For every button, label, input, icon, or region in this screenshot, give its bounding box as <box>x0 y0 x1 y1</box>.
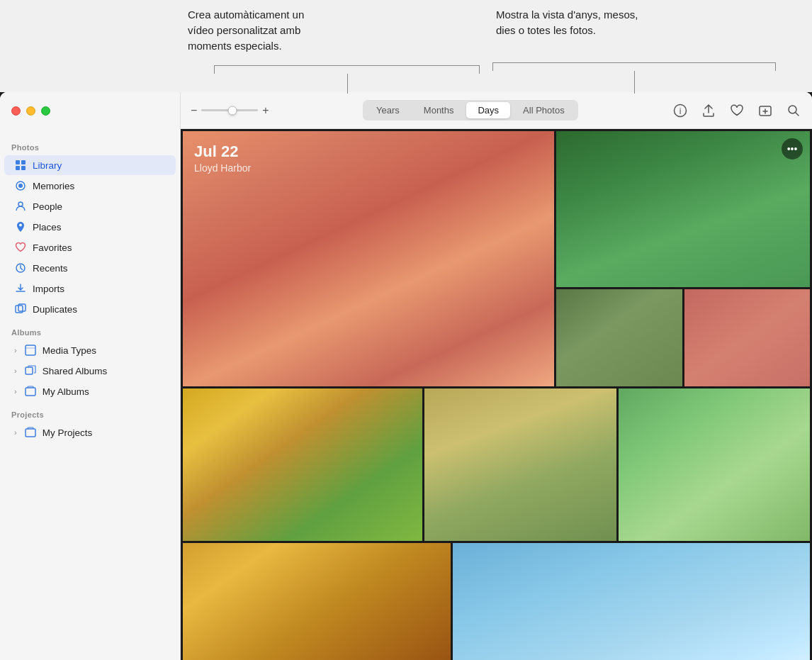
photo-cell-row2-3[interactable] <box>619 388 810 541</box>
grid-row-2 <box>183 388 810 541</box>
tab-days[interactable]: Days <box>466 102 510 118</box>
sidebar-item-duplicates[interactable]: Duplicates <box>4 299 176 319</box>
people-icon <box>14 200 27 213</box>
favorites-icon <box>14 241 27 254</box>
photo-location: Lloyd Harbor <box>194 162 251 174</box>
people-label: People <box>33 201 62 212</box>
zoom-plus-button[interactable]: + <box>261 105 270 116</box>
expand-shared-albums-icon: › <box>14 367 17 375</box>
tooltip-left: Crea automàticament un vídeo personalitz… <box>188 7 415 53</box>
sidebar-item-memories[interactable]: Memories <box>4 176 176 196</box>
titlebar <box>0 92 180 129</box>
svg-rect-13 <box>26 429 35 437</box>
my-albums-icon <box>24 385 37 398</box>
svg-rect-12 <box>26 388 35 396</box>
sidebar-item-imports[interactable]: Imports <box>4 279 176 298</box>
traffic-close-button[interactable] <box>11 106 21 116</box>
toolbar: − + Years Months Days All Photos i <box>181 92 812 129</box>
grid-container: Jul 22 Lloyd Harbor ••• <box>181 129 812 660</box>
sidebar-item-library[interactable]: Library <box>4 155 176 175</box>
callout-right-right <box>775 62 776 71</box>
grid-row-3 <box>183 543 810 660</box>
my-albums-label: My Albums <box>43 386 89 397</box>
callout-bracket-top <box>214 65 479 66</box>
photo-cell-tr3[interactable] <box>684 289 810 386</box>
places-icon <box>14 220 27 233</box>
library-label: Library <box>33 160 62 171</box>
view-tabs: Years Months Days All Photos <box>363 100 578 121</box>
zoom-minus-button[interactable]: − <box>189 105 198 116</box>
photo-tr-row <box>556 289 810 386</box>
photo-cell-row2-1[interactable] <box>183 388 422 541</box>
photo-cell-row3-1[interactable] <box>183 543 451 660</box>
photo-cell-main[interactable]: Jul 22 Lloyd Harbor <box>183 131 554 386</box>
photo-date: Jul 22 <box>194 142 251 161</box>
callout-right-down <box>634 71 635 94</box>
svg-rect-0 <box>16 160 20 164</box>
app-window: Photos Library Memories People <box>0 92 812 660</box>
svg-point-17 <box>789 106 796 113</box>
more-options-button[interactable]: ••• <box>782 138 803 160</box>
sidebar-item-people[interactable]: People <box>4 196 176 216</box>
sidebar-item-my-albums[interactable]: › My Albums <box>4 381 176 401</box>
sidebar-item-my-projects[interactable]: › My Projects <box>4 423 176 442</box>
photo-cell-tr2[interactable] <box>556 289 682 386</box>
sidebar-item-places[interactable]: Places <box>4 217 176 237</box>
sidebar-section-photos: Photos <box>0 135 180 155</box>
sidebar-item-recents[interactable]: Recents <box>4 258 176 278</box>
memories-label: Memories <box>33 181 74 191</box>
memories-icon <box>14 179 27 192</box>
favorite-button[interactable] <box>727 101 747 121</box>
svg-rect-2 <box>16 166 20 170</box>
sidebar: Photos Library Memories People <box>0 92 181 660</box>
add-to-album-button[interactable] <box>755 101 775 121</box>
media-types-label: Media Types <box>43 345 96 356</box>
places-label: Places <box>33 222 62 233</box>
recents-icon <box>14 262 27 274</box>
library-icon <box>14 159 27 172</box>
sidebar-section-albums: Albums <box>0 320 180 340</box>
tab-months[interactable]: Months <box>412 102 466 118</box>
shared-albums-icon <box>24 364 37 377</box>
svg-rect-1 <box>21 160 26 164</box>
photo-grid: Jul 22 Lloyd Harbor ••• <box>181 129 812 660</box>
sidebar-item-shared-albums[interactable]: › Shared Albums <box>4 361 176 381</box>
svg-point-5 <box>18 184 23 188</box>
recents-label: Recents <box>33 263 68 274</box>
tab-years[interactable]: Years <box>365 102 411 118</box>
traffic-minimize-button[interactable] <box>26 106 35 116</box>
callout-right-left <box>492 62 493 71</box>
svg-text:i: i <box>680 106 682 116</box>
expand-my-projects-icon: › <box>14 428 17 437</box>
svg-rect-3 <box>21 166 26 170</box>
my-projects-label: My Projects <box>43 427 93 438</box>
search-button[interactable] <box>784 101 803 121</box>
grid-row-1: Jul 22 Lloyd Harbor ••• <box>183 131 810 386</box>
photo-cell-row2-2[interactable] <box>424 388 616 541</box>
imports-icon <box>14 282 27 295</box>
photo-cell-tr1[interactable]: ••• <box>556 131 810 287</box>
zoom-slider-thumb <box>228 106 237 115</box>
tab-all-photos[interactable]: All Photos <box>512 102 576 118</box>
traffic-maximize-button[interactable] <box>41 106 50 116</box>
share-button[interactable] <box>699 101 718 121</box>
zoom-slider[interactable] <box>201 109 258 111</box>
expand-media-types-icon: › <box>14 346 17 354</box>
photo-cell-row3-2[interactable] <box>453 543 810 660</box>
sidebar-item-favorites[interactable]: Favorites <box>4 237 176 257</box>
sidebar-content: Photos Library Memories People <box>0 129 180 660</box>
photo-right-column: ••• <box>556 131 810 386</box>
callout-right-top <box>492 62 776 63</box>
callout-line-down <box>347 74 348 94</box>
info-button[interactable]: i <box>670 101 690 121</box>
svg-rect-11 <box>26 367 33 374</box>
expand-my-albums-icon: › <box>14 387 17 396</box>
main-content: − + Years Months Days All Photos i <box>181 92 812 660</box>
media-types-icon <box>24 344 37 357</box>
shared-albums-label: Shared Albums <box>43 366 108 376</box>
callout-bracket-left <box>214 65 215 74</box>
duplicates-label: Duplicates <box>33 304 77 315</box>
sidebar-item-media-types[interactable]: › Media Types <box>4 340 176 360</box>
svg-rect-10 <box>26 345 35 355</box>
duplicates-icon <box>14 303 27 315</box>
